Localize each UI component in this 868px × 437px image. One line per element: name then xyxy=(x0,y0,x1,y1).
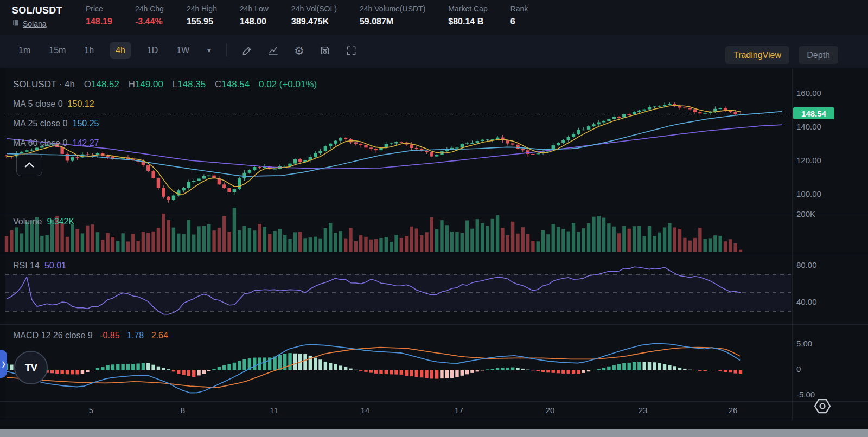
time-axis-label: 11 xyxy=(270,406,278,415)
rsi-axis-label: 40.00 xyxy=(796,297,817,307)
price-axis-label: 140.00 xyxy=(796,122,821,132)
indicator-chart-icon[interactable] xyxy=(267,44,279,56)
timeframe-1m[interactable]: 1m xyxy=(16,42,33,59)
chevron-up-icon xyxy=(24,162,34,168)
stat-price: Price 148.19 xyxy=(86,4,112,27)
save-icon[interactable] xyxy=(319,44,331,56)
time-axis-label: 20 xyxy=(546,406,555,415)
stat-24h-chg: 24h Chg -3.44% xyxy=(135,4,164,27)
price-axis-label: 120.00 xyxy=(796,156,821,165)
header-bar: SOL/USDT Solana Price 148.19 24h Chg -3.… xyxy=(0,0,868,35)
network-link[interactable]: Solana xyxy=(23,20,47,28)
time-axis-label: 17 xyxy=(455,406,464,415)
price-axis-label: 160.00 xyxy=(796,88,821,98)
stat-24h-low: 24h Low 148.00 xyxy=(240,4,269,27)
chevron-right-icon: ❯ xyxy=(1,361,6,368)
stat-market-cap: Market Cap $80.14 B xyxy=(448,4,487,27)
stat-rank: Rank 6 xyxy=(510,4,528,27)
collapse-panel-button[interactable] xyxy=(16,153,42,176)
time-axis-label: 8 xyxy=(181,406,185,415)
timeframe-1h[interactable]: 1h xyxy=(82,42,96,59)
timeframe-4h-active[interactable]: 4h xyxy=(110,42,131,59)
rsi-axis-label: 80.00 xyxy=(796,260,817,270)
book-icon xyxy=(12,19,20,29)
fullscreen-icon[interactable] xyxy=(345,44,357,56)
time-axis-label: 14 xyxy=(361,406,370,415)
timeframe-dropdown-caret-icon[interactable]: ▼ xyxy=(206,47,212,54)
ma25-legend: MA 25 close 0150.25 xyxy=(13,119,99,128)
timeframe-1w[interactable]: 1W xyxy=(174,42,192,59)
bottom-strip xyxy=(0,429,868,437)
panel-toggle-tab[interactable]: ❯ xyxy=(0,350,7,378)
volume-legend: Volume9.342K xyxy=(13,217,74,227)
stat-24h-high: 24h High 155.95 xyxy=(187,4,217,27)
macd-legend: MACD 12 26 close 9 -0.85 1.78 2.64 xyxy=(13,331,168,340)
timeframe-15m[interactable]: 15m xyxy=(47,42,68,59)
header-stats: Price 148.19 24h Chg -3.44% 24h High 155… xyxy=(86,4,528,27)
macd-axis-label: 0 xyxy=(796,364,801,374)
time-axis-label: 23 xyxy=(639,406,648,415)
tradingview-tab[interactable]: TradingView xyxy=(725,46,789,64)
stat-24h-vol-usdt: 24h Volume(USDT) 59.087M xyxy=(360,4,425,27)
ohlc-legend: SOLUSDT · 4h O148.52 H149.00 L148.35 C14… xyxy=(13,79,317,90)
price-chart-canvas[interactable] xyxy=(0,68,868,420)
rsi-legend: RSI 1450.01 xyxy=(13,261,66,271)
time-axis-label: 26 xyxy=(729,406,738,415)
pair-block: SOL/USDT Solana xyxy=(12,5,62,29)
draw-icon[interactable] xyxy=(241,44,253,56)
settings-gear-icon[interactable]: ⚙ xyxy=(293,44,305,56)
last-price-badge: 148.54 xyxy=(793,107,834,119)
ma60-legend: MA 60 close 0142.27 xyxy=(13,138,99,148)
toolbar-divider xyxy=(226,44,227,57)
settings-nut-icon[interactable] xyxy=(813,397,832,417)
macd-axis-label: 5.00 xyxy=(796,339,812,349)
ma5-legend: MA 5 close 0150.12 xyxy=(13,99,94,109)
tradingview-logo[interactable]: TV xyxy=(14,351,48,384)
timeframe-1d[interactable]: 1D xyxy=(145,42,160,59)
stat-24h-vol-sol: 24h Vol(SOL) 389.475K xyxy=(291,4,337,27)
depth-tab[interactable]: Depth xyxy=(799,46,838,64)
time-axis-label: 5 xyxy=(89,406,93,415)
pair-title: SOL/USDT xyxy=(12,5,62,16)
volume-axis-label: 200K xyxy=(796,209,815,219)
price-axis-label: 100.00 xyxy=(796,189,821,199)
